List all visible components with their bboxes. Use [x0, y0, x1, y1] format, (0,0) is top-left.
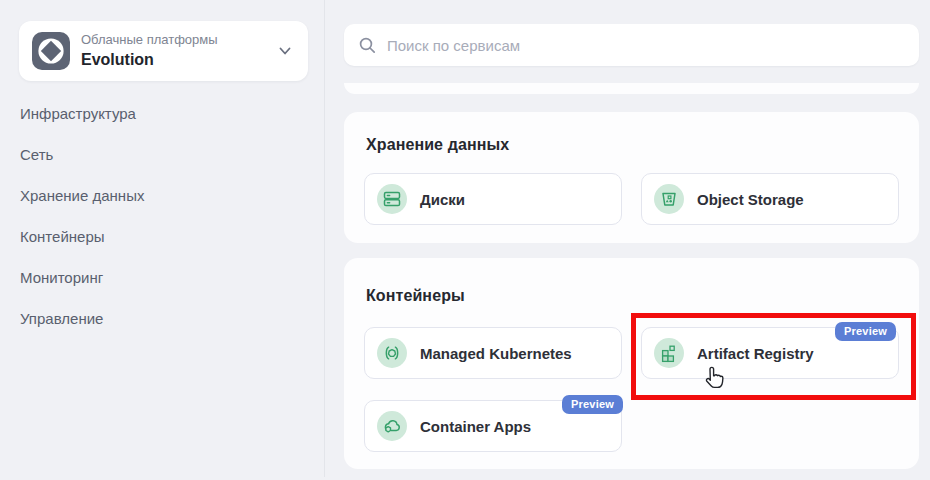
container-apps-icon [377, 411, 407, 441]
section-storage: Хранение данных Диски [344, 112, 919, 243]
section-containers: Контейнеры Managed Kubernetes [344, 258, 919, 469]
section-title-containers: Контейнеры [366, 287, 465, 305]
sidebar-item-monitoring[interactable]: Мониторинг [20, 269, 103, 291]
service-card-artifact-registry[interactable]: Artifact Registry Preview [641, 327, 899, 379]
service-card-container-apps[interactable]: Container Apps Preview [364, 400, 622, 452]
service-card-disks[interactable]: Диски [364, 173, 622, 225]
kubernetes-icon [377, 338, 407, 368]
sidebar-item-storage[interactable]: Хранение данных [20, 187, 144, 209]
service-label: Диски [420, 191, 465, 208]
sidebar-item-containers[interactable]: Контейнеры [20, 228, 105, 250]
platform-subtitle: Облачные платформы [81, 32, 218, 48]
sidebar-divider [324, 0, 325, 477]
service-label: Container Apps [420, 418, 531, 435]
bucket-icon [654, 184, 684, 214]
service-label: Managed Kubernetes [420, 345, 572, 362]
sidebar-item-management[interactable]: Управление [20, 310, 103, 332]
search-input[interactable] [387, 37, 905, 54]
chevron-down-icon [276, 42, 294, 60]
service-label: Artifact Registry [697, 345, 814, 362]
cloud-console-screen: Облачные платформы Evolution Инфраструкт… [0, 0, 930, 480]
platform-switcher[interactable]: Облачные платформы Evolution [19, 21, 308, 81]
disks-icon [377, 184, 407, 214]
platform-switcher-text: Облачные платформы Evolution [81, 32, 218, 69]
sidebar-item-infrastructure[interactable]: Инфраструктура [20, 105, 136, 127]
section-title-storage: Хранение данных [366, 136, 509, 154]
service-search[interactable] [344, 24, 919, 66]
preview-badge: Preview [562, 395, 623, 414]
service-label: Object Storage [697, 191, 804, 208]
evolution-logo-icon [32, 32, 70, 70]
scrolled-panel-fragment [344, 83, 919, 94]
artifact-registry-icon [654, 338, 684, 368]
sidebar-item-network[interactable]: Сеть [20, 146, 53, 168]
service-card-object-storage[interactable]: Object Storage [641, 173, 899, 225]
service-card-managed-kubernetes[interactable]: Managed Kubernetes [364, 327, 622, 379]
preview-badge: Preview [835, 322, 896, 341]
search-icon [358, 36, 377, 55]
platform-title: Evolution [81, 50, 218, 70]
hand-pointer-cursor [701, 364, 725, 396]
